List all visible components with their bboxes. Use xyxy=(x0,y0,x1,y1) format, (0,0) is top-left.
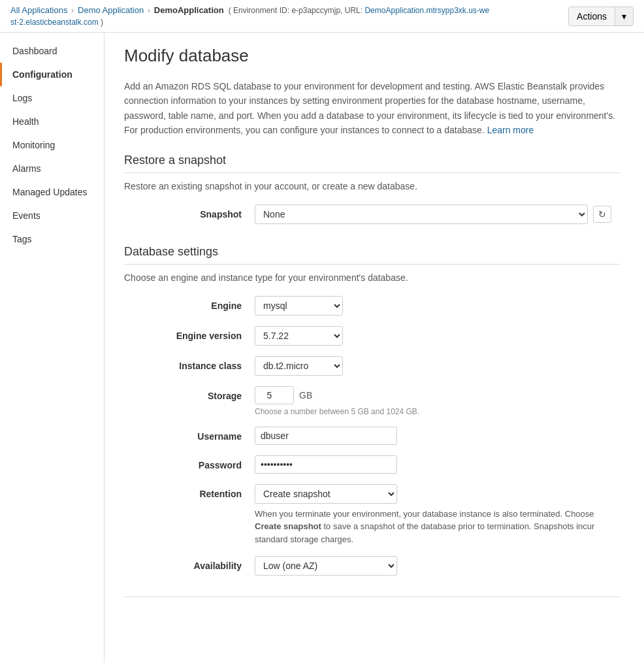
page-layout: Dashboard Configuration Logs Health Moni… xyxy=(0,33,644,662)
sidebar-item-tags[interactable]: Tags xyxy=(0,227,104,251)
db-settings-desc: Choose an engine and instance type for y… xyxy=(124,272,620,283)
retention-note: When you terminate your environment, you… xyxy=(255,508,620,546)
restore-snapshot-title: Restore a snapshot xyxy=(124,154,620,173)
storage-unit: GB xyxy=(299,390,312,400)
refresh-icon: ↻ xyxy=(598,209,606,220)
env-url-link[interactable]: DemoApplication.mtrsypp3xk.us-we xyxy=(364,6,489,15)
restore-snapshot-section: Restore a snapshot Restore an existing s… xyxy=(124,154,620,224)
actions-button[interactable]: Actions ▾ xyxy=(568,7,634,26)
actions-caret-icon: ▾ xyxy=(615,7,633,25)
storage-hint: Choose a number between 5 GB and 1024 GB… xyxy=(255,407,419,416)
sidebar-item-monitoring[interactable]: Monitoring xyxy=(0,133,104,157)
snapshot-refresh-button[interactable]: ↻ xyxy=(593,206,611,223)
demo-app-link[interactable]: Demo Application xyxy=(78,5,144,15)
engine-version-select[interactable]: 5.7.22 5.7.21 5.6.40 5.5.61 xyxy=(255,326,343,346)
engine-version-control-wrap: 5.7.22 5.7.21 5.6.40 5.5.61 xyxy=(255,326,343,346)
snapshot-control-wrap: None ↻ xyxy=(255,204,611,224)
retention-control-wrap: Create snapshot Delete xyxy=(255,484,620,504)
bottom-divider xyxy=(124,596,620,597)
storage-control-wrap: GB xyxy=(255,386,419,404)
env-url-suffix[interactable]: st-2.elasticbeanstalk.com xyxy=(10,18,99,27)
sidebar-item-health[interactable]: Health xyxy=(0,110,104,133)
availability-control-wrap: Low (one AZ) High (Multi-AZ) xyxy=(255,556,397,576)
retention-select[interactable]: Create snapshot Delete xyxy=(255,484,397,504)
snapshot-select[interactable]: None xyxy=(255,204,588,224)
all-apps-link[interactable]: All Applications xyxy=(10,5,67,15)
availability-select[interactable]: Low (one AZ) High (Multi-AZ) xyxy=(255,556,397,576)
instance-class-label: Instance class xyxy=(124,356,255,371)
main-content: Modify database Add an Amazon RDS SQL da… xyxy=(105,33,640,662)
sidebar-item-alarms[interactable]: Alarms xyxy=(0,157,104,180)
engine-version-row: Engine version 5.7.22 5.7.21 5.6.40 5.5.… xyxy=(124,326,620,346)
breadcrumb: All Applications › Demo Application › De… xyxy=(10,5,568,27)
engine-select[interactable]: mysql postgres oracle-se1 sqlserver-ex xyxy=(255,296,343,316)
env-name: DemoApplication xyxy=(154,5,224,15)
availability-label: Availability xyxy=(124,556,255,571)
breadcrumb-separator-2: › xyxy=(148,5,153,15)
header: All Applications › Demo Application › De… xyxy=(0,0,644,33)
sidebar-item-configuration[interactable]: Configuration xyxy=(0,63,104,86)
engine-version-label: Engine version xyxy=(124,326,255,341)
password-row: Password xyxy=(124,455,620,474)
engine-control-wrap: mysql postgres oracle-se1 sqlserver-ex xyxy=(255,296,343,316)
sidebar-item-dashboard[interactable]: Dashboard xyxy=(0,39,104,63)
env-id-label: Environment ID: xyxy=(233,6,289,15)
engine-label: Engine xyxy=(124,296,255,311)
storage-row: Storage GB Choose a number between 5 GB … xyxy=(124,386,620,416)
storage-col: GB Choose a number between 5 GB and 1024… xyxy=(255,386,419,416)
url-label: URL: xyxy=(345,6,362,15)
password-control-wrap xyxy=(255,455,397,474)
password-label: Password xyxy=(124,455,255,470)
username-row: Username xyxy=(124,427,620,445)
retention-row: Retention Create snapshot Delete When yo… xyxy=(124,484,620,546)
username-input[interactable] xyxy=(255,427,397,445)
learn-more-link[interactable]: Learn more xyxy=(487,125,534,135)
db-settings-section: Database settings Choose an engine and i… xyxy=(124,245,620,576)
engine-row: Engine mysql postgres oracle-se1 sqlserv… xyxy=(124,296,620,316)
availability-row: Availability Low (one AZ) High (Multi-AZ… xyxy=(124,556,620,576)
db-settings-title: Database settings xyxy=(124,245,620,265)
retention-label: Retention xyxy=(124,484,255,499)
env-id: e-p3apccymjp, xyxy=(291,6,342,15)
storage-input[interactable] xyxy=(255,386,294,404)
close-paren: ) xyxy=(101,18,103,27)
env-url-line2: st-2.elasticbeanstalk.com ) xyxy=(10,18,103,27)
description-text: Add an Amazon RDS SQL database to your e… xyxy=(124,79,620,138)
sidebar-item-events[interactable]: Events xyxy=(0,204,104,227)
snapshot-label: Snapshot xyxy=(124,204,255,220)
breadcrumb-separator-1: › xyxy=(71,5,76,15)
instance-class-control-wrap: db.t2.micro db.t2.small db.t2.medium xyxy=(255,356,343,376)
sidebar-item-managed-updates[interactable]: Managed Updates xyxy=(0,180,104,204)
instance-class-row: Instance class db.t2.micro db.t2.small d… xyxy=(124,356,620,376)
password-input[interactable] xyxy=(255,455,397,474)
username-control-wrap xyxy=(255,427,397,445)
page-title: Modify database xyxy=(124,46,620,66)
sidebar-item-logs[interactable]: Logs xyxy=(0,86,104,110)
retention-note-bold: Create snapshot xyxy=(255,521,321,531)
restore-snapshot-desc: Restore an existing snapshot in your acc… xyxy=(124,181,620,191)
sidebar: Dashboard Configuration Logs Health Moni… xyxy=(0,33,105,662)
retention-col: Create snapshot Delete When you terminat… xyxy=(255,484,620,546)
instance-class-select[interactable]: db.t2.micro db.t2.small db.t2.medium xyxy=(255,356,343,376)
snapshot-row: Snapshot None ↻ xyxy=(124,204,620,224)
actions-label: Actions xyxy=(569,7,615,25)
storage-label: Storage xyxy=(124,386,255,401)
username-label: Username xyxy=(124,427,255,442)
env-meta: ( Environment ID: e-p3apccymjp, URL: Dem… xyxy=(226,6,489,15)
